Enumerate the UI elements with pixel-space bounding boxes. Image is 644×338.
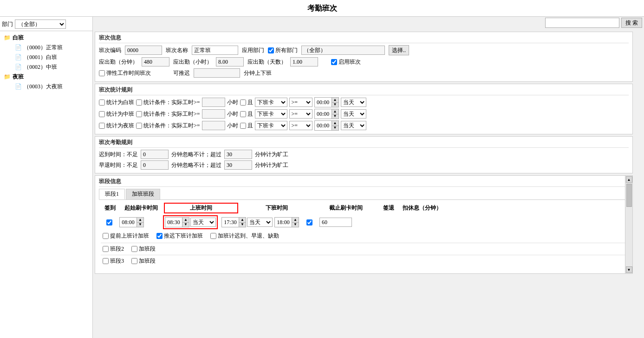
work-start-down[interactable]: ▼ (182, 223, 189, 227)
scrollbar: ▲ ▼ (625, 176, 632, 273)
early-over-input[interactable] (224, 160, 252, 170)
attend-hour-input[interactable] (216, 57, 244, 66)
work-end-day-select[interactable]: 当天次日 (247, 218, 273, 227)
overtime-late-check[interactable]: 加班计迟到、早退、缺勤 (210, 232, 279, 240)
spin-up-1[interactable]: ▲ (332, 109, 338, 114)
stat-hour-input-1[interactable] (202, 109, 225, 119)
time-spin-0[interactable]: ▲ ▼ (314, 97, 339, 107)
search-button[interactable]: 搜 索 (621, 18, 642, 28)
stat-day-check-1[interactable]: 且 (240, 110, 253, 118)
card-type-select-0[interactable]: 下班卡上班卡 (255, 98, 287, 107)
compare-select-1[interactable]: >=<= (289, 109, 312, 119)
hour-unit-2: 小时 (227, 122, 238, 130)
early-val-input[interactable] (141, 160, 169, 170)
late-over-input[interactable] (224, 150, 252, 159)
work-end-time[interactable]: ▲ ▼ (221, 217, 246, 227)
shift-code-input[interactable] (125, 46, 162, 55)
stat-day-check-2[interactable]: 且 (240, 122, 253, 130)
all-dept-check[interactable]: 所有部门 (268, 46, 298, 54)
late-val-input[interactable] (141, 150, 169, 159)
tree-folder-bai[interactable]: 📁 白班 (0, 33, 92, 43)
att-rules-section: 班次考勤规则 迟到时间：不足 分钟忽略不计；超过 分钟计为旷工 早退时间：不足 … (95, 136, 633, 173)
search-input[interactable] (545, 18, 619, 28)
stat-rules-section: 班次统计规则 统计为白班 统计条件：实际工时>= 小时 且 (95, 84, 633, 134)
stat-cond-check-1[interactable]: 统计条件：实际工时>= (136, 110, 200, 118)
stat-bai-check[interactable]: 统计为白班 (99, 99, 134, 106)
start-swipe-down[interactable]: ▼ (137, 223, 143, 227)
advance-overtime-check[interactable]: 提前上班计加班 (103, 232, 149, 240)
deduct-rest-input[interactable] (319, 218, 352, 227)
shift-info-section: 班次信息 班次编码 班次名称 应用部门 所有部门 选择.. (95, 32, 633, 82)
end-swipe-down[interactable]: ▼ (292, 223, 299, 227)
sidebar: 部门 （全部） 📁 白班 📄 （0000）正常班 📄 （0001）白班 📄 （0… (0, 17, 93, 338)
segment3-check[interactable]: 班段3 (103, 257, 124, 265)
tree-item-0000[interactable]: 📄 （0000）正常班 (0, 43, 92, 53)
attend-day-input[interactable] (290, 57, 318, 66)
scroll-down-btn[interactable]: ▼ (626, 266, 632, 273)
start-swipe-time[interactable]: ▲ ▼ (119, 217, 144, 227)
delay-overtime-check[interactable]: 推迟下班计加班 (156, 232, 203, 240)
work-end-down[interactable]: ▼ (239, 223, 246, 227)
work-start-day-select[interactable]: 当天次日 (190, 218, 216, 227)
spin-down-1[interactable]: ▼ (332, 114, 338, 119)
card-type-select-2[interactable]: 下班卡上班卡 (255, 121, 287, 130)
spin-down-2[interactable]: ▼ (332, 126, 338, 131)
sidebar-header: 部门 （全部） (0, 19, 92, 31)
stat-hour-input-0[interactable] (202, 98, 225, 107)
stat-night-check[interactable]: 统计为夜班 (99, 122, 134, 130)
tab-overtime[interactable]: 加班班段 (126, 189, 160, 199)
stat-cond-check-0[interactable]: 统计条件：实际工时>= (136, 99, 200, 106)
file-icon: 📄 (15, 44, 22, 51)
day-type-select-1[interactable]: 当天次日 (341, 109, 366, 119)
delay-input[interactable] (194, 68, 240, 78)
overtime2-check[interactable]: 加班段 (131, 245, 156, 253)
spin-up-0[interactable]: ▲ (332, 98, 338, 103)
dept-select[interactable]: （全部） (15, 20, 66, 29)
delay-unit: 分钟上下班 (244, 69, 272, 77)
tree-item-0003[interactable]: 📄 （0003）大夜班 (0, 82, 92, 92)
stat-hour-input-2[interactable] (202, 121, 225, 130)
tree-item-label: （0002）中班 (24, 63, 57, 71)
hour-unit-1: 小时 (227, 110, 238, 118)
stat-day-check-0[interactable]: 且 (240, 99, 253, 106)
overtime3-check[interactable]: 加班段 (131, 257, 156, 265)
work-start-time[interactable]: ▲ ▼ (165, 217, 189, 227)
attend-min-input[interactable] (142, 57, 169, 66)
card-type-select-1[interactable]: 下班卡上班卡 (255, 109, 287, 119)
time-spin-1[interactable]: ▲ ▼ (314, 109, 339, 119)
enable-shift-check[interactable]: 启用班次 (331, 58, 361, 66)
sign-to-check[interactable] (106, 219, 112, 225)
flexible-check[interactable]: 弹性工作时间班次 (99, 69, 151, 77)
tree-folder-ye[interactable]: 📁 夜班 (0, 72, 92, 82)
spin-up-2[interactable]: ▲ (332, 121, 338, 126)
scroll-up-btn[interactable]: ▲ (626, 176, 632, 183)
segment-section: 班段信息 班段1 加班班段 签到 起始刷卡时间 上班时间 下班时间 截止刷卡时间 (95, 175, 633, 274)
scroll-thumb[interactable] (626, 184, 632, 207)
compare-select-2[interactable]: >=<= (289, 121, 312, 130)
end-swipe-time[interactable]: ▲ ▼ (274, 217, 299, 227)
early-absentee-label: 分钟计为旷工 (255, 161, 288, 169)
compare-select-0[interactable]: >=<= (289, 98, 312, 107)
tree-item-0002[interactable]: 📄 （0002）中班 (0, 62, 92, 72)
day-type-select-0[interactable]: 当天次日 (341, 98, 366, 107)
stat-mid-check[interactable]: 统计为中班 (99, 110, 134, 118)
sign-off-check[interactable] (306, 219, 312, 225)
choose-dept-button[interactable]: 选择.. (389, 45, 409, 55)
work-end-up[interactable]: ▲ (239, 218, 246, 223)
segment-content: 签到 起始刷卡时间 上班时间 下班时间 截止刷卡时间 签退 扣休息（分钟） (99, 200, 629, 270)
time-spin-2[interactable]: ▲ ▼ (314, 120, 339, 131)
segment2-check[interactable]: 班段2 (103, 245, 124, 253)
end-swipe-up[interactable]: ▲ (292, 218, 299, 223)
tree-item-0001[interactable]: 📄 （0001）白班 (0, 53, 92, 62)
shift-name-input[interactable] (192, 46, 238, 55)
day-type-select-2[interactable]: 当天次日 (341, 121, 366, 130)
spin-down-0[interactable]: ▼ (332, 103, 338, 107)
dept-value-input[interactable] (301, 46, 385, 55)
work-start-up[interactable]: ▲ (182, 218, 189, 223)
early-label: 早退时间：不足 (99, 161, 138, 169)
stat-cond-check-2[interactable]: 统计条件：实际工时>= (136, 122, 200, 130)
start-swipe-up[interactable]: ▲ (137, 218, 143, 223)
col-start-swipe: 起始刷卡时间 (120, 204, 162, 212)
tab-segment1[interactable]: 班段1 (99, 189, 125, 199)
late-label: 迟到时间：不足 (99, 151, 138, 159)
